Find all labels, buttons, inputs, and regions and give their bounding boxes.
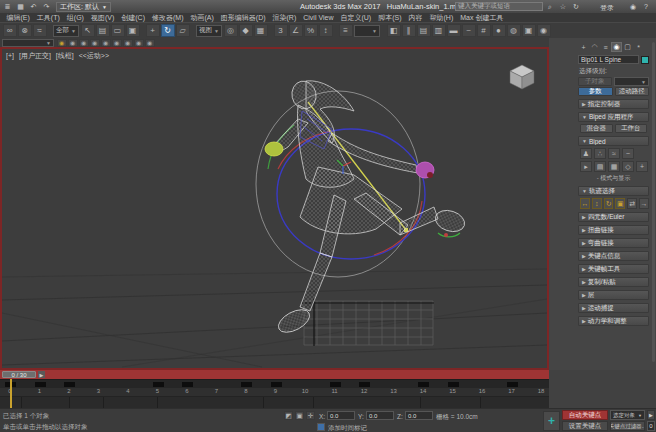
select-manipulate-icon[interactable]: ◆ [239,24,253,37]
angle-snap-icon[interactable]: ∠ [289,24,303,37]
menu-item[interactable]: 修改器(M) [148,13,187,23]
left-hand-mesh[interactable] [265,142,283,156]
keyframe-marker[interactable] [35,382,46,387]
selection-range-bar[interactable] [0,396,549,408]
workbench-button[interactable]: 工作台 [615,124,648,133]
body-rotation-icon[interactable]: ↻ [604,198,614,209]
selection-filter-dropdown[interactable]: 全部▼ [53,25,79,37]
sub-object-level-dropdown[interactable]: ▼ [614,77,650,86]
play-button[interactable]: ▶ [647,410,655,420]
menu-item[interactable]: 帮助(H) [426,13,457,23]
object-color-swatch[interactable] [641,56,649,64]
create-tab-icon[interactable]: + [578,42,589,52]
footstep-mode-icon[interactable]: ∴ [594,148,606,159]
menu-item[interactable]: 视图(V) [87,13,117,23]
material-editor-icon[interactable]: ● [492,24,506,37]
lock-com-keying-icon[interactable]: ▣ [615,198,625,209]
select-by-name-icon[interactable]: ▤ [96,24,110,37]
toggle-ribbon-icon[interactable]: ▬ [447,24,461,37]
align-icon[interactable]: ∥ [402,24,416,37]
menu-item[interactable]: 动画(A) [187,13,217,23]
set-key-toggle[interactable]: 设置关键点 [562,421,608,431]
spinner-snap-icon[interactable]: ↕ [319,24,333,37]
rollout-header[interactable]: ▶动力学和调整 [578,316,649,326]
named-sets-edit-icon[interactable]: ≡ [339,24,353,37]
help-icon[interactable]: ? [641,2,651,11]
workspace-dropdown[interactable]: 工作区: 默认 ▼ [56,2,111,12]
current-frame-field[interactable]: 0 [647,421,655,431]
y-coordinate-field[interactable]: 0.0 [366,411,394,420]
enable-anim-layers-icon[interactable]: ◉ [57,39,67,47]
rollout-header[interactable]: ▶运动捕捉 [578,303,649,313]
viewport-canvas[interactable] [2,49,547,368]
character-wireframe[interactable] [274,79,467,337]
key-filters-button[interactable]: 关键点过滤器... [610,421,645,431]
sign-in-label[interactable]: 登录 [600,3,614,13]
select-scale-icon[interactable]: ▱ [176,24,190,37]
select-rotate-icon[interactable]: ↻ [161,24,175,37]
mirror-icon[interactable]: ◧ [387,24,401,37]
next-frame-arrow-icon[interactable]: ▶ [38,371,45,378]
history-icon[interactable]: ↻ [571,2,581,11]
app-menu-icon[interactable]: ≣ [2,2,13,12]
render-production-icon[interactable]: ◉ [537,24,551,37]
rollout-header[interactable]: ▶弯曲链接 [578,238,649,248]
z-coordinate-field[interactable]: 0.0 [405,411,433,420]
select-move-icon[interactable]: + [146,24,160,37]
anim-layer-properties-icon[interactable]: ◉ [79,39,89,47]
motion-paths-button[interactable]: 运动路径 [615,87,650,96]
reference-coordinate-dropdown[interactable]: 视图▼ [196,25,222,37]
toggle-scene-explorer-icon[interactable]: ▤ [417,24,431,37]
parameters-button[interactable]: 参数 [578,87,613,96]
menu-item[interactable]: 工具(T) [33,13,63,23]
utilities-tab-icon[interactable]: * [633,42,644,52]
menu-item[interactable]: 渲染(R) [269,13,300,23]
collapse-anim-layer-icon[interactable]: ◉ [134,39,144,47]
delete-anim-layer-icon[interactable]: ◉ [101,39,111,47]
command-panel-scrollbar[interactable] [652,42,655,362]
keyframe-marker[interactable] [418,382,429,387]
convert-icon[interactable]: ◇ [622,161,634,172]
rollout-header[interactable]: ▶关键帧工具 [578,264,649,274]
search-icon[interactable]: ⌕ [545,2,555,11]
save-file-icon[interactable]: ▦ [608,161,620,172]
modify-tab-icon[interactable]: ◠ [589,42,600,52]
use-pivot-center-icon[interactable]: ◎ [224,24,238,37]
hierarchy-tab-icon[interactable]: ≡ [600,42,611,52]
lock-selection-icon[interactable]: ▣ [295,411,304,420]
rollout-header-biped[interactable]: ▼ Biped [578,136,649,146]
display-tab-icon[interactable]: ▢ [622,42,633,52]
menu-item[interactable]: 组(G) [63,13,87,23]
user-icon[interactable]: ◉ [628,2,638,11]
menu-item[interactable]: 创建(C) [118,13,149,23]
modes-display-expander[interactable]: - 模式与显示 [578,174,649,183]
isolate-selection-icon[interactable]: ◩ [284,411,293,420]
rollout-header[interactable]: ▶层 [578,290,649,300]
percent-snap-icon[interactable]: % [304,24,318,37]
load-file-icon[interactable]: ▤ [594,161,606,172]
render-setup-icon[interactable]: ◍ [507,24,521,37]
search-input[interactable]: 键入关键字或短语 [455,2,543,11]
rollout-header[interactable]: ▶四元数/Euler [578,212,649,222]
star-icon[interactable]: ☆ [558,2,568,11]
rollout-header[interactable]: ▶复制/粘贴 [578,277,649,287]
viewport-general-menu[interactable]: [+] [6,52,14,59]
paste-anim-layer-icon[interactable]: ◉ [123,39,133,47]
opposite-tracks-icon[interactable]: → [639,198,649,209]
set-keys-button[interactable]: + [543,411,560,431]
redo-icon[interactable]: ↷ [41,2,52,12]
mixer-button[interactable]: 混合器 [580,124,613,133]
move-all-mode-icon[interactable]: + [636,161,648,172]
rollout-header-track-selection[interactable]: ▼ 轨迹选择 [578,186,649,196]
rollout-header[interactable]: ▶扭曲链接 [578,225,649,235]
mixer-mode-icon[interactable]: ~ [622,148,634,159]
anim-layer-dropdown[interactable]: ▼ [2,39,54,47]
menu-item[interactable]: Civil View [300,14,337,21]
keyframe-marker[interactable] [64,382,75,387]
auto-key-toggle[interactable]: 自动关键点 [562,410,608,420]
keyframe-marker[interactable] [241,382,252,387]
undo-icon[interactable]: ↶ [28,2,39,12]
object-name-field[interactable]: Bip01 L Spine [578,55,639,64]
motion-tab-icon[interactable]: ◉ [611,42,622,52]
bind-to-spacewarp-icon[interactable]: ≈ [33,24,47,37]
